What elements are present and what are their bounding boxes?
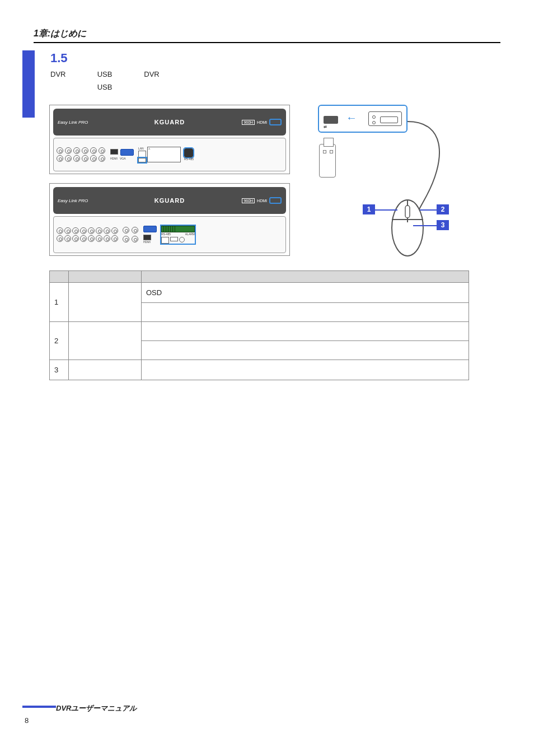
cell-num: 1 — [50, 283, 69, 322]
cell-part — [69, 283, 142, 322]
footer-title: DVRユーザーマニュアル — [56, 704, 137, 712]
cell-desc: OSD — [142, 283, 469, 303]
cell-desc — [142, 341, 469, 360]
lan-label: LAN — [138, 147, 146, 150]
cell-part — [69, 322, 142, 360]
section-number: 1.5 — [50, 51, 500, 66]
device-panel-2: KGUARD Easy Link PRO 960H HDMI — [49, 183, 290, 256]
page-footer: DVRユーザーマニュアル 8 — [22, 706, 500, 719]
bnc-icon — [57, 235, 63, 242]
page-number: 8 — [25, 716, 29, 725]
parts-table: 1 OSD 2 3 — [49, 270, 469, 380]
intro-usb: USB — [97, 70, 125, 78]
logo-guard: GUARD — [160, 119, 185, 125]
device-front-1: KGUARD Easy Link PRO 960H HDMI — [53, 109, 286, 136]
hdmi-label: HDMI — [110, 157, 118, 160]
device-rear-2: HDMI RS-485 ALARM — [53, 216, 286, 253]
bnc-icon — [132, 236, 138, 242]
cell-desc — [142, 360, 469, 380]
bnc-icon — [99, 155, 105, 162]
vga-port-icon — [120, 149, 134, 156]
intro-dvr: DVR — [50, 70, 78, 78]
bnc-icon — [88, 227, 95, 234]
bnc-icon — [82, 155, 88, 162]
logo-k: K — [154, 119, 160, 125]
rs485-label: RS-485 — [184, 157, 194, 161]
bnc-icon — [90, 155, 97, 162]
device-diagrams: KGUARD Easy Link PRO 960H HDMI — [49, 105, 290, 256]
footer-accent-bar — [22, 706, 56, 708]
section-accent-bar — [22, 50, 35, 118]
table-row: 1 OSD — [50, 283, 469, 303]
bnc-icon — [104, 227, 110, 234]
bnc-icon — [111, 227, 118, 234]
power-port-icon — [179, 237, 185, 242]
bnc-icon — [123, 236, 129, 242]
device-rear-1: HDMI VGA LAN ⚠ RS-485 — [53, 138, 286, 171]
bnc-icon — [57, 227, 63, 234]
bnc-icon — [72, 235, 79, 242]
bnc-icon — [104, 235, 110, 242]
rear-usb-port-icon — [170, 237, 178, 241]
table-row: 2 — [50, 322, 469, 341]
cell-num: 2 — [50, 322, 69, 360]
bnc-icon — [65, 155, 72, 162]
logo-k: K — [154, 197, 160, 204]
intro-line-2: . USB — [50, 83, 500, 91]
bnc-icon — [65, 147, 72, 154]
callout-3: 3 — [437, 220, 449, 230]
callout-1: 1 — [363, 204, 375, 214]
cell-num: 3 — [50, 360, 69, 380]
th-num — [50, 271, 69, 283]
logo-guard: GUARD — [160, 197, 185, 204]
table-row: 3 — [50, 360, 469, 380]
bnc-icon — [96, 235, 102, 242]
lan-port-icon — [161, 237, 169, 244]
bnc-icon — [57, 147, 63, 154]
bnc-icon — [123, 227, 129, 234]
bnc-icon — [90, 147, 97, 154]
power-port-icon — [184, 148, 193, 157]
bnc-icon — [57, 155, 63, 162]
chapter-header: 1章:はじめに — [34, 28, 500, 43]
warning-box-icon: ⚠ — [147, 147, 181, 162]
bnc-icon — [82, 147, 88, 154]
bnc-icon — [72, 227, 79, 234]
lan-port-icon — [138, 151, 146, 157]
bnc-icon — [80, 235, 87, 242]
bnc-icon — [73, 155, 80, 162]
intro-dvr-2: DVR — [144, 70, 172, 78]
intro-usb-2: USB — [97, 83, 125, 91]
rs485-label: RS-485 — [161, 232, 171, 236]
mouse-diagram: ← ⇄ — [312, 105, 458, 256]
bnc-icon — [132, 227, 138, 234]
bnc-icon — [80, 227, 87, 234]
intro-line-1: DVR USB DVR — [50, 70, 500, 78]
th-part — [69, 271, 142, 283]
rear-usb-port-icon — [138, 158, 146, 162]
bnc-icon — [88, 235, 95, 242]
alarm-label: ALARM — [185, 232, 195, 236]
svg-rect-3 — [405, 206, 410, 218]
cell-desc — [142, 303, 469, 322]
hdmi-port-icon — [110, 149, 118, 155]
bnc-icon — [73, 147, 80, 154]
callout-2: 2 — [437, 204, 449, 214]
hdmi-label: HDMI — [143, 240, 151, 244]
bnc-icon — [111, 235, 118, 242]
cell-part — [69, 360, 142, 380]
bnc-icon — [99, 147, 105, 154]
bnc-icon — [64, 235, 71, 242]
cell-desc — [142, 322, 469, 341]
device-panel-1: KGUARD Easy Link PRO 960H HDMI — [49, 105, 290, 174]
bnc-icon — [96, 227, 102, 234]
bnc-icon — [64, 227, 71, 234]
device-front-2: KGUARD Easy Link PRO 960H HDMI — [53, 187, 286, 214]
vga-label: VGA — [120, 157, 126, 160]
vga-port-icon — [143, 226, 157, 232]
hdmi-port-icon — [143, 235, 151, 240]
